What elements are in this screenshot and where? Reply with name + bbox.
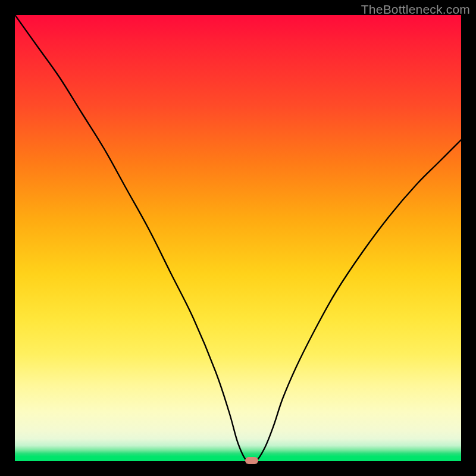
watermark-text: TheBottleneck.com	[361, 2, 470, 17]
bottleneck-curve-svg	[15, 15, 461, 461]
minimum-marker	[245, 457, 258, 464]
chart-stage: TheBottleneck.com	[0, 0, 476, 476]
plot-area	[15, 15, 461, 461]
bottleneck-curve	[15, 15, 461, 461]
